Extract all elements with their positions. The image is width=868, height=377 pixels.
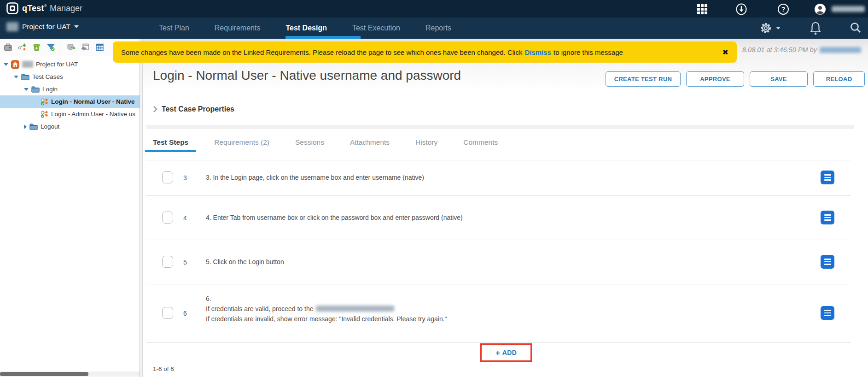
user-avatar[interactable] [814, 3, 826, 15]
chevron-right-icon [153, 106, 157, 113]
step-description: 6. If credentials are valid, proceed to … [206, 294, 447, 324]
tree-item-label: Login - Normal User - Native [51, 98, 135, 105]
test-case-properties-toggle[interactable]: Test Case Properties [153, 105, 234, 113]
properties-section-label: Test Case Properties [162, 105, 234, 113]
tree-expand-icon[interactable] [24, 88, 29, 91]
nav-tab-test-plan[interactable]: Test Plan [159, 18, 189, 39]
product-text: Manager [50, 4, 82, 13]
app-grid-icon[interactable] [696, 3, 708, 15]
step-description: 4. Enter Tab from username box or click … [206, 212, 463, 223]
download-icon[interactable] [735, 3, 747, 15]
main-content [143, 39, 868, 377]
step-redacted-text [316, 306, 394, 312]
search-icon[interactable] [850, 22, 862, 34]
row-divider [146, 195, 851, 196]
tree-item-test-cases[interactable]: Test Cases [0, 71, 140, 83]
settings-gear-icon[interactable] [759, 22, 772, 35]
row-divider [146, 160, 851, 160]
tab-test-steps[interactable]: Test Steps [145, 135, 196, 152]
qtest-logo-icon [6, 2, 18, 14]
folder-icon [21, 73, 29, 80]
recycle-bin-icon[interactable] [30, 41, 43, 54]
project-name: Project for UAT [22, 23, 70, 31]
banner-close-icon[interactable]: ✖ [722, 48, 728, 57]
tree-item-label: Login - Admin User - Native us [51, 111, 135, 118]
step-number: 4 [180, 214, 191, 222]
tab-comments[interactable]: Comments [455, 135, 506, 152]
tab-sessions[interactable]: Sessions [287, 135, 332, 152]
add-button-highlight: + ADD [480, 343, 532, 362]
row-divider [146, 240, 851, 240]
audit-note: 8.08.01 at 3:46:50 PM by [742, 46, 861, 53]
folder-icon [31, 86, 40, 93]
step-menu-button[interactable] [821, 255, 834, 269]
step-checkbox[interactable] [162, 171, 173, 183]
step-checkbox[interactable] [162, 256, 173, 268]
project-avatar-redacted [6, 22, 18, 31]
row-divider [146, 362, 851, 362]
test-case-tree: Project for UAT Test Cases [0, 58, 140, 133]
step-menu-button[interactable] [821, 306, 834, 320]
add-module-icon[interactable] [1, 41, 14, 54]
nav-tab-reports[interactable]: Reports [425, 18, 451, 39]
project-selector[interactable]: Project for UAT [6, 22, 79, 31]
sidebar-horizontal-scrollbar[interactable] [0, 371, 140, 377]
tab-attachments[interactable]: Attachments [342, 135, 397, 152]
tree-item-test-case[interactable]: Login - Admin User - Native us [0, 108, 140, 120]
audit-note-text: 8.08.01 at 3:46:50 PM by [742, 46, 817, 53]
active-tab-underline [285, 36, 361, 39]
reload-button[interactable]: RELOAD [813, 71, 865, 87]
step-number: 5 [180, 259, 191, 266]
home-icon [11, 60, 19, 69]
row-divider [146, 284, 851, 284]
step-menu-button[interactable] [821, 211, 834, 224]
banner-message: Some changes have been made on the Linke… [121, 48, 623, 56]
audit-user-redacted [820, 47, 861, 53]
tree-item-label: Login [42, 86, 58, 93]
qtest-logo: qTest® Manager [6, 2, 82, 14]
filter-icon[interactable] [44, 41, 57, 54]
nav-tab-requirements[interactable]: Requirements [215, 18, 261, 39]
test-case-tabs: Test Steps Requirements (2) Sessions Att… [145, 135, 506, 152]
tree-expand-icon[interactable] [4, 63, 8, 66]
tree-item-logout-folder[interactable]: Logout [0, 120, 140, 133]
step-description: 5. Click on the Login button [206, 257, 284, 267]
step-checkbox[interactable] [162, 212, 173, 224]
import-icon[interactable] [79, 41, 92, 54]
folder-icon [29, 123, 38, 130]
tree-item-test-case-selected[interactable]: Login - Normal User - Native [0, 95, 140, 108]
tab-requirements[interactable]: Requirements (2) [206, 135, 277, 152]
brand-text: qTest [22, 4, 44, 13]
toolbar-separator [60, 42, 60, 53]
svg-text:?: ? [781, 6, 786, 13]
page-title: Login - Normal User - Native username an… [153, 68, 461, 83]
section-divider-band [146, 125, 854, 129]
add-button-label: ADD [502, 349, 517, 356]
tree-collapsed-icon[interactable] [24, 124, 27, 129]
settings-caret-icon[interactable] [776, 27, 781, 29]
step-checkbox[interactable] [162, 307, 173, 319]
help-icon[interactable]: ? [777, 3, 789, 15]
add-step-button[interactable]: + ADD [495, 349, 517, 357]
dismiss-link[interactable]: Dismiss [524, 48, 551, 56]
step-number: 3 [180, 174, 191, 182]
data-refresh-icon[interactable] [64, 41, 77, 54]
tree-item-login-folder[interactable]: Login [0, 83, 140, 95]
create-test-run-button[interactable]: CREATE TEST RUN [606, 71, 681, 87]
tree-item-label: Project for UAT [36, 61, 78, 68]
notifications-bell-icon[interactable] [810, 21, 821, 35]
tree-expand-icon[interactable] [14, 76, 18, 78]
scrollbar-thumb[interactable] [0, 372, 88, 376]
tab-history[interactable]: History [408, 135, 445, 152]
pagination-status: 1-6 of 6 [153, 365, 174, 372]
data-grid-icon[interactable] [93, 41, 106, 54]
add-test-case-icon[interactable] [16, 41, 29, 54]
brand-registered-mark: ® [44, 4, 47, 8]
step-menu-button[interactable] [821, 171, 834, 184]
nav-bar: Project for UAT Test Plan Requirements T… [0, 18, 868, 39]
plus-icon: + [495, 349, 500, 357]
approve-button[interactable]: APPROVE [686, 71, 744, 87]
save-button[interactable]: SAVE [750, 71, 808, 87]
chevron-down-icon [74, 25, 79, 28]
panel-splitter[interactable] [140, 39, 143, 377]
